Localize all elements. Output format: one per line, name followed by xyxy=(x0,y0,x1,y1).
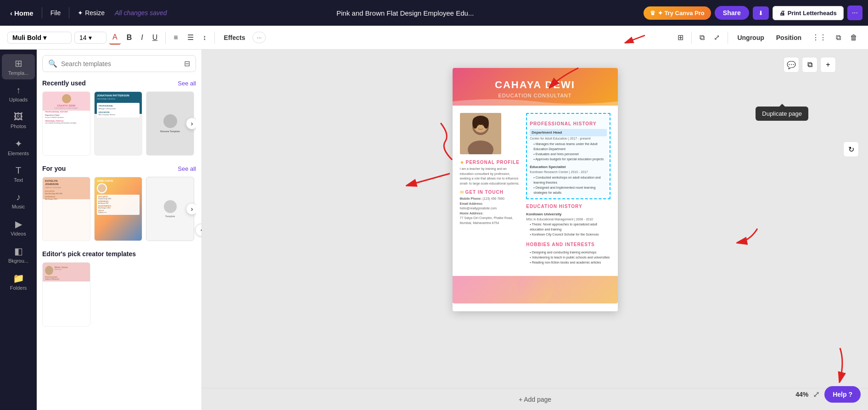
resize-button[interactable]: ✦ Resize xyxy=(73,6,109,19)
templates-icon: ⊞ xyxy=(15,58,22,69)
sidebar-item-music[interactable]: ♪ Music xyxy=(2,188,35,213)
personal-profile-label: PERSONAL PROFILE xyxy=(466,160,520,165)
uploads-icon: ↑ xyxy=(16,85,21,95)
copy-style-button[interactable]: ⧉ xyxy=(696,31,708,44)
fullscreen-button[interactable]: ⤢ xyxy=(813,389,820,399)
profile-text: I am a teacher by training and an educat… xyxy=(460,167,521,186)
try-pro-label: ✦ Try Canva Pro xyxy=(658,10,705,17)
font-family-select[interactable]: Muli Bold ▾ xyxy=(7,32,72,44)
position-button[interactable]: Position xyxy=(772,32,806,44)
format-divider2 xyxy=(214,32,215,44)
resize-element-button[interactable]: ⤢ xyxy=(711,31,723,44)
zoom-level: 44% xyxy=(795,391,808,398)
print-button[interactable]: 🖨 Print Letterheads xyxy=(773,6,844,20)
folders-label: Folders xyxy=(10,285,27,291)
for-you-see-all[interactable]: See all xyxy=(178,165,196,172)
add-page-button-bottom[interactable]: + Add page xyxy=(510,392,560,407)
search-input[interactable] xyxy=(61,60,180,67)
delete-element-button[interactable]: 🗑 xyxy=(847,31,861,44)
search-icon: 🔍 xyxy=(48,59,57,68)
more-format-button[interactable]: ··· xyxy=(252,32,266,43)
for-you-thumb-1[interactable]: KATELYN JOHNSON GRAPHIC DESIGNER EDUCATI… xyxy=(42,177,90,241)
effects-button[interactable]: Effects xyxy=(219,32,250,44)
comments-button[interactable]: 💬 xyxy=(784,57,799,73)
sidebar-item-elements[interactable]: ✦ Elements xyxy=(2,135,35,160)
collapse-panel-button[interactable]: ‹ xyxy=(195,224,202,236)
dept-head-selected[interactable]: Department Head xyxy=(530,129,606,136)
hobby1: Designing and conducting training worksh… xyxy=(530,250,610,255)
grid-format-button[interactable]: ⊞ xyxy=(674,31,687,44)
format-divider1 xyxy=(165,32,166,44)
elements-icon: ✦ xyxy=(15,138,22,149)
print-label: Print Letterheads xyxy=(788,10,837,17)
professional-history-section[interactable]: PROFESSIONAL HISTORY Department Head Cen… xyxy=(526,113,610,199)
sidebar-item-text[interactable]: T Text xyxy=(2,162,35,186)
line-spacing-button[interactable]: ↕ xyxy=(200,31,210,44)
for-you-next-arrow[interactable]: › xyxy=(186,203,196,215)
background-icon: ◧ xyxy=(14,246,23,257)
underline-button[interactable]: U xyxy=(149,31,161,44)
konitown-research: Konitown Research Center | 2010 - 2017 xyxy=(530,170,606,175)
refresh-button[interactable]: ↻ xyxy=(843,141,859,157)
try-pro-button[interactable]: ♛ ✦ Try Canva Pro xyxy=(644,6,711,20)
council: Konitown City Council Scholar for the Sc… xyxy=(530,232,610,237)
download-icon: ⬇ xyxy=(758,10,763,17)
templates-panel: 🔍 ⊟ Recently used See all CAHAYA DEWI ED… xyxy=(37,50,202,410)
sidebar-item-videos[interactable]: ▶ Videos xyxy=(2,215,35,240)
filter-button[interactable]: ⊟ xyxy=(184,59,190,68)
download-button[interactable]: ⬇ xyxy=(753,6,769,20)
recently-used-section-header: Recently used See all xyxy=(42,79,196,87)
add-page-button[interactable]: + xyxy=(820,57,836,73)
share-button[interactable]: Share xyxy=(715,6,749,20)
sidebar-item-uploads[interactable]: ↑ Uploads xyxy=(2,81,35,106)
sidebar: ⊞ Templa... ↑ Uploads 🖼 Photos ✦ Element… xyxy=(0,50,37,410)
resume-body: ★ PERSONAL PROFILE I am a teacher by tra… xyxy=(453,106,618,272)
bullet3: Approves budgets for special education p… xyxy=(533,157,606,162)
text-label: Text xyxy=(14,177,23,183)
bold-button[interactable]: B xyxy=(123,31,135,44)
music-label: Music xyxy=(12,204,25,209)
italic-button[interactable]: I xyxy=(138,31,146,44)
contact-email: Email Address: xyxy=(460,202,521,207)
recently-used-next-arrow[interactable]: › xyxy=(186,118,196,129)
crown-icon: ♛ xyxy=(650,10,655,17)
center-adult-ed: Center for Adult Education | 2017 - pres… xyxy=(530,136,606,141)
ed-specialist-title: Education Specialist xyxy=(530,164,606,170)
for-you-thumb-2[interactable]: JAMIE CURTIS EDUCATION Graphic Design 20… xyxy=(94,177,142,241)
canvas-scroll[interactable]: 💬 ⧉ + Duplicate page ↻ CAHAYA DEWI EDUCA… xyxy=(202,50,868,388)
duplicate-page-button[interactable]: ⧉ xyxy=(802,57,818,73)
sidebar-item-background[interactable]: ◧ Bkgrou... xyxy=(2,242,35,267)
more-options-button[interactable]: ··· xyxy=(847,6,862,20)
template-thumb-1[interactable]: CAHAYA DEWI EDUCATION CONSULTANT PROFESS… xyxy=(42,91,90,156)
text-align-button[interactable]: ≡ xyxy=(170,31,181,44)
font-size-select[interactable]: 14 ▾ xyxy=(74,32,106,44)
text-color-button[interactable]: A xyxy=(109,31,121,45)
contact-address-val: 77 Satya Girl Complex, Phalke Road, Mumb… xyxy=(460,216,521,225)
editors-pick-thumb-1[interactable]: Marie Jones Education PROFESSIONAL Teach… xyxy=(42,262,90,326)
bullet1: Manages the various teams under the Adul… xyxy=(533,141,606,152)
editors-pick-header: Editor's pick creator templates xyxy=(42,250,196,258)
msc-label: MSc in Educational Management | 2008 - 2… xyxy=(526,217,610,222)
bullet4: Conducted workshops on adult education a… xyxy=(533,175,606,185)
home-button[interactable]: ‹ Home xyxy=(6,6,38,20)
recently-used-see-all[interactable]: See all xyxy=(178,80,196,87)
more-layout-button[interactable]: ⋮⋮ xyxy=(809,31,830,44)
ungroup-button[interactable]: Ungroup xyxy=(733,32,768,44)
duplicate-element-button[interactable]: ⧉ xyxy=(833,31,844,44)
sidebar-item-templates[interactable]: ⊞ Templa... xyxy=(2,54,35,79)
canvas-page: CAHAYA DEWI EDUCATION CONSULTANT xyxy=(453,68,618,311)
sidebar-item-photos[interactable]: 🖼 Photos xyxy=(2,108,35,133)
print-icon: 🖨 xyxy=(779,10,785,17)
chevron-left-icon: ‹ xyxy=(10,9,12,17)
document-title: Pink and Brown Flat Design Employee Edu.… xyxy=(171,9,640,17)
help-button[interactable]: Help ? xyxy=(824,386,861,403)
personal-profile-section: ★ PERSONAL PROFILE I am a teacher by tra… xyxy=(460,160,521,186)
recently-used-title: Recently used xyxy=(42,79,86,87)
photos-icon: 🖼 xyxy=(14,112,23,122)
list-button[interactable]: ☰ xyxy=(184,31,197,44)
template-thumb-2[interactable]: JONATHAN PATTERSON PERSONAL PROFILE PROF… xyxy=(94,91,142,156)
svg-point-7 xyxy=(472,118,478,129)
bullet5: Designed and implemented novel learning … xyxy=(533,185,606,195)
sidebar-item-folders[interactable]: 📁 Folders xyxy=(2,269,35,294)
file-button[interactable]: File xyxy=(46,6,66,19)
